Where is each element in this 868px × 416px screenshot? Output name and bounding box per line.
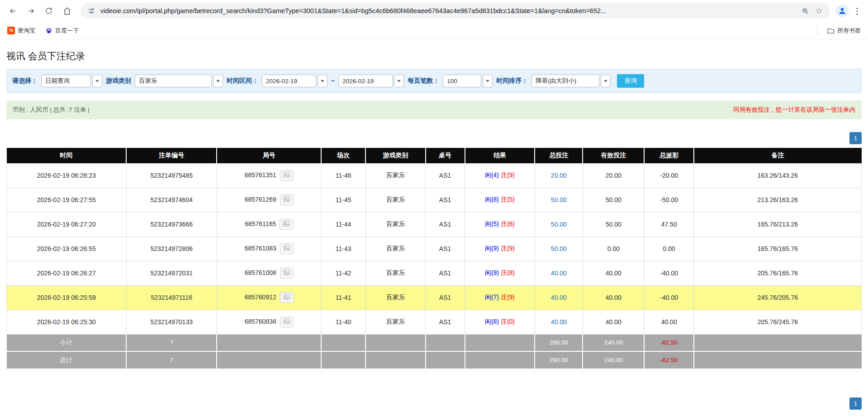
page-size-dropdown-button[interactable] <box>483 75 493 87</box>
cell-payout: 40.00 <box>644 310 694 334</box>
summary-empty <box>426 351 465 369</box>
result-player: 闲(5) <box>485 220 499 227</box>
summary-empty <box>694 351 862 369</box>
game-type-dropdown-button[interactable] <box>213 75 223 87</box>
reload-button[interactable] <box>41 3 57 19</box>
result-player: 闲(4) <box>485 171 499 179</box>
bookmark-label: 百度一下 <box>55 27 79 35</box>
url-text[interactable]: videoie.com/ipl/portal.php/game/betrecor… <box>100 7 796 14</box>
zoom-icon[interactable] <box>801 6 810 16</box>
cell-bet-number: 523214974604 <box>126 188 217 212</box>
column-header: 注单编号 <box>126 148 217 163</box>
bookmark-taobao[interactable]: 淘 爱淘宝 <box>7 27 35 35</box>
summary-empty <box>365 351 425 369</box>
sort-input[interactable] <box>531 75 599 87</box>
table-row: 2026-02-19 06:25:30523214970133685760838… <box>7 310 862 334</box>
cell-time: 2026-02-19 06:26:27 <box>7 261 127 285</box>
table-header-row: 时间注单编号局号场次游戏类别桌号结果总投注有效投注总派彩备注 <box>7 148 862 163</box>
cell-game-type: 百家乐 <box>365 261 425 285</box>
replay-button[interactable] <box>280 292 294 303</box>
total-bet-link[interactable]: 50.00 <box>551 221 567 228</box>
table-row: 2026-02-19 06:26:55523214972806685761083… <box>7 236 862 261</box>
back-button[interactable] <box>5 3 21 19</box>
cell-result: 闲(9) 庄(9) <box>465 236 535 261</box>
result-banker: 庄(6) <box>501 220 515 227</box>
summary-empty <box>321 351 365 369</box>
summary-empty <box>465 351 535 369</box>
total-bet-link[interactable]: 40.00 <box>551 294 567 301</box>
query-type-combo <box>41 75 102 87</box>
replay-button[interactable] <box>280 243 294 254</box>
person-icon <box>838 6 847 15</box>
date-to-input[interactable] <box>338 75 393 87</box>
cell-remark: 165.76/165.76 <box>694 236 862 261</box>
cell-game-type: 百家乐 <box>365 163 425 188</box>
summary-row: 小计7290.00240.00-62.50 <box>7 334 862 351</box>
table-row: 2026-02-19 06:28:23523214975485685761351… <box>7 163 862 188</box>
bookmark-baidu[interactable]: 百度一下 <box>45 27 79 35</box>
cell-remark: 165.76/213.26 <box>694 212 862 236</box>
site-info-icon[interactable] <box>87 6 96 15</box>
page-size-input[interactable] <box>443 75 481 87</box>
replay-button[interactable] <box>280 219 293 230</box>
date-from-input[interactable] <box>262 75 316 87</box>
chevron-down-icon <box>95 80 99 82</box>
cell-bet-number: 523214970133 <box>126 310 217 334</box>
date-range-separator: ~ <box>331 77 335 85</box>
query-type-dropdown-button[interactable] <box>92 75 102 87</box>
total-bet-link[interactable]: 50.00 <box>551 196 567 203</box>
home-button[interactable] <box>59 3 75 19</box>
game-type-label: 游戏类别 <box>106 77 131 85</box>
summary-bar: 币别 : 人民币 | 总共 :7 注单 | 同局有效投注，统一计算在该局第一张注… <box>6 100 862 119</box>
date-to-dropdown-button[interactable] <box>394 75 404 87</box>
cell-result: 闲(7) 庄(9) <box>465 285 535 310</box>
cell-bet-number: 523214975485 <box>126 163 217 188</box>
summary-label: 小计 <box>7 334 127 351</box>
replay-button[interactable] <box>280 170 294 181</box>
page-button-1[interactable]: 1 <box>849 397 862 410</box>
round-number: 685761165 <box>245 220 276 227</box>
replay-button[interactable] <box>280 317 294 327</box>
result-banker: 庄(0) <box>501 318 515 325</box>
cell-time: 2026-02-19 06:28:23 <box>7 163 127 188</box>
bookmarks-divider <box>817 26 817 35</box>
bookmark-star-icon[interactable]: ☆ <box>815 6 824 16</box>
back-icon <box>9 7 17 15</box>
cell-result: 闲(5) 庄(6) <box>465 212 535 236</box>
total-bet-link[interactable]: 40.00 <box>551 269 567 277</box>
cell-session: 11-46 <box>321 163 365 188</box>
browser-menu-button[interactable]: ⋮ <box>851 5 863 17</box>
result-player: 闲(9) <box>485 245 499 252</box>
all-bookmarks-button[interactable]: 所有书签 <box>827 27 861 35</box>
summary-count: 7 <box>126 351 217 369</box>
game-type-input[interactable] <box>135 75 212 87</box>
round-number: 685761351 <box>245 171 276 179</box>
summary-payout: -62.50 <box>644 351 694 369</box>
summary-row: 总计7290.00240.00-62.50 <box>7 351 862 369</box>
query-type-input[interactable] <box>41 75 91 87</box>
forward-button[interactable] <box>23 3 39 19</box>
cell-table-number: AS1 <box>426 261 465 285</box>
replay-button[interactable] <box>280 268 294 279</box>
cell-valid-bet: 50.00 <box>583 212 644 236</box>
total-bet-link[interactable]: 40.00 <box>551 318 567 326</box>
url-bar[interactable]: videoie.com/ipl/portal.php/game/betrecor… <box>81 3 830 19</box>
cell-result: 闲(8) 庄(0) <box>465 310 535 334</box>
sort-dropdown-button[interactable] <box>601 75 611 87</box>
cell-valid-bet: 0.00 <box>583 236 644 261</box>
total-bet-link[interactable]: 50.00 <box>551 245 567 252</box>
page-button-1[interactable]: 1 <box>849 132 862 144</box>
cell-round-number: 685760912 <box>217 285 321 310</box>
cell-time: 2026-02-19 06:25:59 <box>7 285 127 310</box>
result-player: 闲(9) <box>485 269 499 276</box>
profile-avatar[interactable] <box>835 4 849 18</box>
chevron-down-icon <box>604 80 607 82</box>
search-button[interactable]: 查询 <box>617 74 644 88</box>
date-from-dropdown-button[interactable] <box>318 75 327 87</box>
column-header: 时间 <box>7 148 127 163</box>
replay-button[interactable] <box>280 194 294 205</box>
cell-valid-bet: 40.00 <box>583 261 644 285</box>
summary-label: 总计 <box>7 351 127 369</box>
total-bet-link[interactable]: 20.00 <box>551 172 567 179</box>
cell-total-bet: 40.00 <box>535 310 583 334</box>
